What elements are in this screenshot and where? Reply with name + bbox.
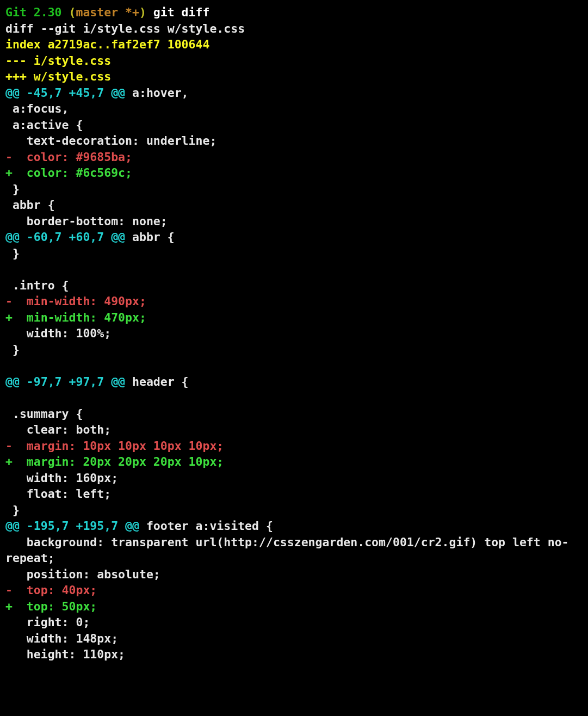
diff-line: width: 100%; <box>5 326 111 340</box>
diff-hunk-header: @@ -195,7 +195,7 @@ <box>5 519 139 533</box>
diff-line: } <box>5 182 20 196</box>
diff-line: + color: #6c569c; <box>5 166 132 180</box>
diff-line: position: absolute; <box>5 567 160 581</box>
diff-line <box>5 262 13 276</box>
diff-line: + min-width: 470px; <box>5 311 146 324</box>
diff-line: width: 148px; <box>5 632 118 645</box>
diff-line: .intro { <box>5 279 69 292</box>
diff-line: height: 110px; <box>5 647 125 661</box>
diff-hunk-header: @@ -60,7 +60,7 @@ <box>5 230 125 244</box>
diff-line: - top: 40px; <box>5 583 97 597</box>
prompt-git-label: Git 2.30 <box>5 5 62 19</box>
diff-line: + top: 50px; <box>5 600 97 613</box>
diff-body: diff --git i/style.css w/style.css index… <box>5 22 569 662</box>
diff-line: text-decoration: underline; <box>5 134 216 147</box>
diff-hunk-context: a:hover, <box>125 86 189 100</box>
diff-line: float: left; <box>5 487 111 501</box>
diff-line: a:active { <box>5 118 83 132</box>
diff-line: border-bottom: none; <box>5 214 168 228</box>
diff-line: - color: #9685ba; <box>5 150 132 164</box>
prompt-branch-open: ( <box>62 5 76 19</box>
prompt: Git 2.30 (master *+) git diff <box>5 5 209 19</box>
diff-line: diff --git i/style.css w/style.css <box>5 22 245 35</box>
diff-hunk-context: abbr { <box>125 230 175 244</box>
diff-hunk-header: @@ -45,7 +45,7 @@ <box>5 86 125 100</box>
diff-line <box>5 359 13 372</box>
diff-line: - min-width: 490px; <box>5 294 146 308</box>
diff-hunk-context: footer a:visited { <box>139 519 273 533</box>
diff-line: index a2719ac..faf2ef7 100644 <box>5 38 209 51</box>
diff-line: } <box>5 246 20 260</box>
diff-line: background: transparent url(http://cssze… <box>5 535 569 565</box>
diff-line: } <box>5 503 20 517</box>
diff-line: width: 160px; <box>5 471 118 485</box>
diff-line: +++ w/style.css <box>5 70 111 83</box>
diff-line: clear: both; <box>5 423 111 436</box>
diff-hunk-header: @@ -97,7 +97,7 @@ <box>5 375 125 388</box>
prompt-branch: master *+ <box>76 5 139 19</box>
terminal-output[interactable]: Git 2.30 (master *+) git diff diff --git… <box>0 0 588 668</box>
diff-line: abbr { <box>5 198 55 212</box>
diff-line: } <box>5 343 20 356</box>
diff-line: .summary { <box>5 407 83 421</box>
diff-line: --- i/style.css <box>5 54 111 67</box>
diff-line: a:focus, <box>5 102 69 115</box>
prompt-branch-close: ) <box>139 5 153 19</box>
diff-line <box>5 391 13 404</box>
diff-line: right: 0; <box>5 615 90 629</box>
diff-line: - margin: 10px 10px 10px 10px; <box>5 439 224 453</box>
diff-line: + margin: 20px 20px 20px 10px; <box>5 455 224 468</box>
diff-hunk-context: header { <box>125 375 189 388</box>
prompt-command: git diff <box>153 5 210 19</box>
